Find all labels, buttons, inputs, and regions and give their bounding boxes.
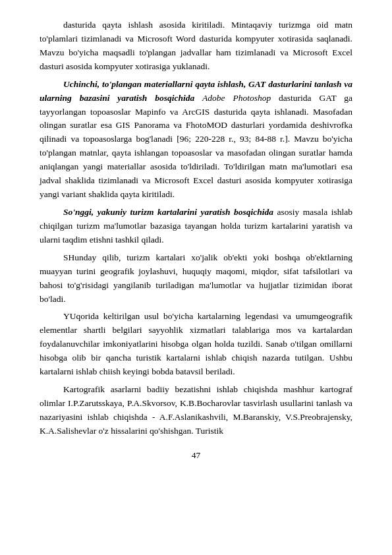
- paragraph-3-heading: So'nggi, yakuniy turizm kartalarini yara…: [63, 207, 273, 217]
- word-highlight: Word: [176, 34, 196, 44]
- page: dasturida qayta ishlash asosida kiritila…: [0, 0, 392, 555]
- paragraph-4-body: SHunday qilib, turizm kartalari xo'jalik…: [40, 252, 352, 304]
- page-number: 47: [40, 450, 352, 461]
- paragraph-5-body: YUqorida keltirilgan usul bo'yicha karta…: [40, 311, 352, 376]
- paragraph-6: Kartografik asarlarni badiiy bezatishni …: [40, 383, 352, 438]
- page-content: dasturida qayta ishlash asosida kiritila…: [40, 18, 352, 461]
- paragraph-3: So'nggi, yakuniy turizm kartalarini yara…: [40, 206, 352, 247]
- paragraph-2: Uchinchi, to'plangan materiallarni qayta…: [40, 78, 352, 202]
- paragraph-2-software: Adobe Photoshop: [202, 93, 271, 103]
- paragraph-5: YUqorida keltirilgan usul bo'yicha karta…: [40, 310, 352, 379]
- paragraph-4: SHunday qilib, turizm kartalari xo'jalik…: [40, 251, 352, 307]
- paragraph-6-body: Kartografik asarlarni badiiy bezatishni …: [40, 384, 352, 436]
- paragraph-2-body: dasturida GAT ga tayyorlangan topoasosla…: [40, 93, 352, 199]
- paragraph-1: dasturida qayta ishlash asosida kiritila…: [40, 18, 352, 74]
